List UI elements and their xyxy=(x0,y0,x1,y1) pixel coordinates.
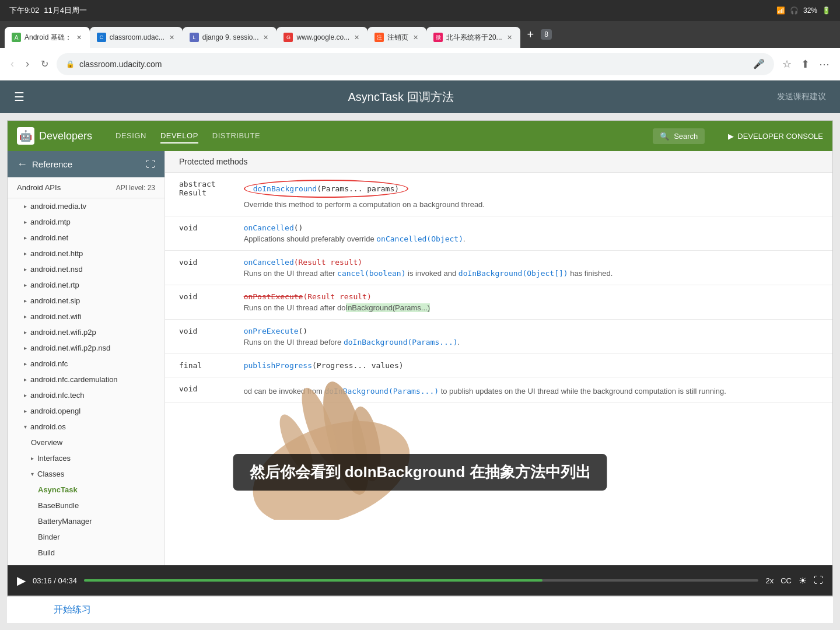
method-link-doInBackground[interactable]: doInBackground xyxy=(253,184,317,193)
sidebar-item-binder[interactable]: Binder xyxy=(8,529,164,545)
sidebar-item-label: android.os xyxy=(30,422,66,431)
browser-tab-6[interactable]: 微 北斗系统将于20... ✕ xyxy=(426,27,520,48)
sidebar-item-overview[interactable]: Overview xyxy=(8,435,164,450)
method-link-onCancelled1[interactable]: onCancelled xyxy=(244,223,294,232)
reload-button[interactable]: ↻ xyxy=(37,55,52,73)
dev-sidebar: ← Reference ⛶ Android APIs API level: 23… xyxy=(8,151,165,596)
main-wrapper: 🤖 Developers DESIGN DEVELOP DISTRIBUTE 🔍… xyxy=(0,113,840,630)
bookmark-button[interactable]: ☆ xyxy=(779,54,795,74)
sidebar-item-net-wifi-p2p-nsd[interactable]: ▸ android.net.wifi.p2p.nsd xyxy=(8,340,164,356)
sidebar-item-net-rtp[interactable]: ▸ android.net.rtp xyxy=(8,277,164,293)
sidebar-item-media-tv[interactable]: ▸ android.media.tv xyxy=(8,198,164,214)
tab-close-5[interactable]: ✕ xyxy=(412,33,419,43)
dev-search[interactable]: 🔍 Search xyxy=(653,128,705,144)
sidebar-item-nfc[interactable]: ▸ android.nfc xyxy=(8,356,164,372)
sidebar-item-asynctask[interactable]: AsyncTask xyxy=(8,482,164,498)
sidebar-item-basebundle[interactable]: BaseBundle xyxy=(8,498,164,513)
method-link-onPreExecute[interactable]: onPreExecute xyxy=(244,327,299,335)
sidebar-item-net-wifi[interactable]: ▸ android.net.wifi xyxy=(8,309,164,324)
sidebar-item-classes[interactable]: ▾ Classes xyxy=(8,466,164,482)
share-button[interactable]: ⬆ xyxy=(797,54,813,74)
method-detail: onCancelled(Result result) Runs on the U… xyxy=(230,251,832,285)
methods-table: abstract Result doInBackground(Params...… xyxy=(165,173,832,403)
method-modifier: void xyxy=(165,216,230,251)
sidebar-item-mtp[interactable]: ▸ android.mtp xyxy=(8,214,164,230)
more-button[interactable]: ⋯ xyxy=(816,54,833,74)
api-label: Android APIs xyxy=(17,183,61,192)
mic-icon[interactable]: 🎤 xyxy=(753,58,765,69)
developer-console-link[interactable]: ▶ DEVELOPER CONSOLE xyxy=(728,132,823,141)
tab-favicon-3: L xyxy=(190,33,199,42)
sidebar-item-label: android.media.tv xyxy=(30,202,86,211)
nav-link-distribute[interactable]: DISTRIBUTE xyxy=(212,129,260,144)
sidebar-item-label: android.net.http xyxy=(30,249,83,258)
sidebar-item-label: android.nfc.tech xyxy=(30,391,85,400)
sidebar-item-batterymanager[interactable]: BatteryManager xyxy=(8,513,164,529)
browser-tab-3[interactable]: L django 9. sessio... ✕ xyxy=(183,27,277,48)
browser-tab-5[interactable]: 注 注销页 ✕ xyxy=(368,27,426,48)
tab-count-badge[interactable]: 8 xyxy=(541,29,552,40)
nav-link-develop[interactable]: DEVELOP xyxy=(160,129,198,144)
progress-bar[interactable] xyxy=(84,579,759,582)
tab-close-2[interactable]: ✕ xyxy=(168,33,176,43)
sidebar-item-net-sip[interactable]: ▸ android.net.sip xyxy=(8,293,164,309)
browser-tab-1[interactable]: A Android 基础： ✕ xyxy=(5,27,90,48)
sidebar-item-nfc-cardemulation[interactable]: ▸ android.nfc.cardemulation xyxy=(8,372,164,387)
tab-favicon-2: C xyxy=(97,33,106,42)
nav-link-design[interactable]: DESIGN xyxy=(116,129,146,144)
table-row: void onPostExecute(Result result) Runs o… xyxy=(165,285,832,320)
tab-favicon-6: 微 xyxy=(433,33,443,42)
subtitle-overlay: 然后你会看到 doInBackground 在抽象方法中列出 xyxy=(233,454,607,491)
sidebar-item-net-wifi-p2p[interactable]: ▸ android.net.wifi.p2p xyxy=(8,324,164,340)
tab-close-1[interactable]: ✕ xyxy=(75,33,83,43)
cc-button[interactable]: CC xyxy=(780,576,792,585)
fullscreen-button[interactable]: ⛶ xyxy=(814,575,823,586)
sidebar-item-nfc-tech[interactable]: ▸ android.nfc.tech xyxy=(8,387,164,403)
start-exercise-link[interactable]: 开始练习 xyxy=(54,604,91,614)
sidebar-item-label: android.net xyxy=(30,233,68,242)
sidebar-item-label: BaseBundle xyxy=(38,501,79,510)
current-time: 03:16 / 04:34 xyxy=(33,576,77,585)
sidebar-item-opengl[interactable]: ▸ android.opengl xyxy=(8,403,164,419)
sidebar-item-interfaces[interactable]: ▸ Interfaces xyxy=(8,450,164,466)
method-description: Runs on the UI thread after cancel(boole… xyxy=(244,269,818,278)
table-row: void onCancelled() Applications should p… xyxy=(165,216,832,251)
sidebar-item-os[interactable]: ▾ android.os xyxy=(8,419,164,435)
progress-fill xyxy=(84,579,542,582)
sidebar-item-label: Binder xyxy=(38,533,60,541)
url-input-container[interactable]: 🔒 classroom.udacity.com 🎤 xyxy=(57,53,774,75)
sidebar-expand-button[interactable]: ⛶ xyxy=(146,159,155,170)
sidebar-item-build[interactable]: Build xyxy=(8,545,164,561)
browser-tab-2[interactable]: C classroom.udac... ✕ xyxy=(90,27,183,48)
browser-tab-4[interactable]: G www.google.co... ✕ xyxy=(276,27,368,48)
method-link-onCancelled2[interactable]: onCancelled xyxy=(244,258,294,267)
expand-arrow: ▸ xyxy=(24,345,27,351)
method-detail: onPreExecute() Runs on the UI thread bef… xyxy=(230,320,832,354)
new-tab-button[interactable]: + xyxy=(523,28,539,41)
method-link-onPostExecute[interactable]: onPostExecute xyxy=(244,292,303,301)
wifi-icon: 📶 xyxy=(776,6,785,15)
play-button[interactable]: ▶ xyxy=(17,573,26,587)
expand-arrow: ▸ xyxy=(24,282,27,288)
method-modifier: void xyxy=(165,285,230,320)
speed-button[interactable]: 2x xyxy=(765,576,774,585)
brightness-button[interactable]: ☀ xyxy=(799,575,807,586)
tab-close-4[interactable]: ✕ xyxy=(353,33,360,43)
tab-close-6[interactable]: ✕ xyxy=(506,33,513,43)
back-button[interactable]: ‹ xyxy=(7,54,18,74)
feedback-button[interactable]: 发送课程建议 xyxy=(777,92,826,102)
method-link-publishProgress[interactable]: publishProgress xyxy=(244,361,312,370)
expand-arrow: ▸ xyxy=(24,203,27,209)
method-detail: onCancelled() Applications should prefer… xyxy=(230,216,832,251)
sidebar-item-net-nsd[interactable]: ▸ android.net.nsd xyxy=(8,261,164,277)
battery-level: 32% xyxy=(803,6,817,15)
forward-button[interactable]: › xyxy=(22,54,33,74)
sidebar-back-button[interactable]: ← xyxy=(17,158,27,170)
sidebar-item-net-http[interactable]: ▸ android.net.http xyxy=(8,246,164,261)
expand-arrow: ▸ xyxy=(24,408,27,414)
sidebar-item-net[interactable]: ▸ android.net xyxy=(8,230,164,246)
tab-close-3[interactable]: ✕ xyxy=(262,33,270,43)
menu-icon[interactable]: ☰ xyxy=(14,90,24,104)
sidebar-item-label: Build xyxy=(38,548,55,557)
api-level-select[interactable]: API level: 23 xyxy=(116,184,155,192)
